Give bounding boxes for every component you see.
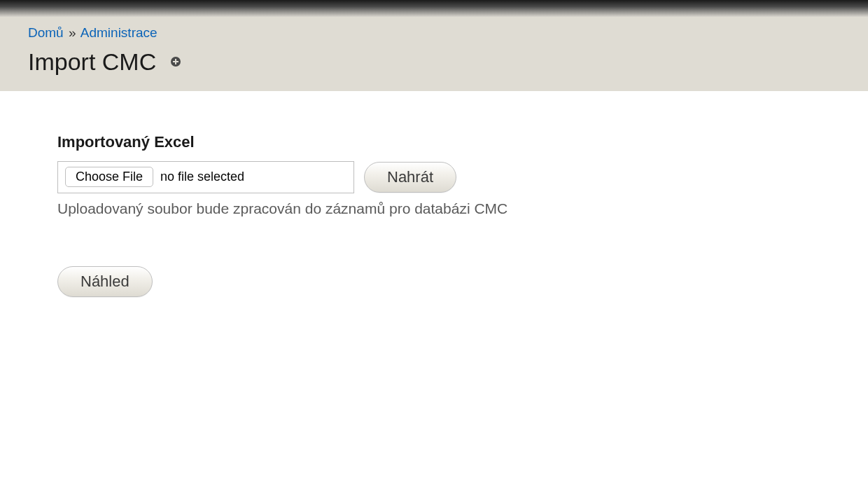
file-field-label: Importovaný Excel — [57, 133, 840, 151]
upload-button[interactable]: Nahrát — [364, 162, 456, 193]
file-input[interactable]: Choose File no file selected — [57, 161, 354, 193]
file-upload-row: Choose File no file selected Nahrát — [57, 161, 840, 193]
breadcrumb: Domů » Administrace — [28, 22, 840, 43]
svg-rect-2 — [173, 61, 178, 62]
page-header: Domů » Administrace Import CMC — [0, 17, 868, 91]
page-title: Import CMC — [28, 48, 156, 76]
upload-description: Uploadovaný soubor bude zpracován do záz… — [57, 200, 840, 217]
top-gradient-bar — [0, 0, 868, 17]
preview-button[interactable]: Náhled — [57, 266, 153, 297]
choose-file-button[interactable]: Choose File — [65, 167, 153, 187]
main-content: Importovaný Excel Choose File no file se… — [0, 91, 868, 311]
breadcrumb-home-link[interactable]: Domů — [28, 25, 64, 40]
plus-circle-icon[interactable] — [170, 56, 181, 67]
breadcrumb-admin-link[interactable]: Administrace — [80, 25, 158, 40]
file-selected-status: no file selected — [160, 170, 244, 184]
breadcrumb-separator: » — [67, 25, 78, 40]
